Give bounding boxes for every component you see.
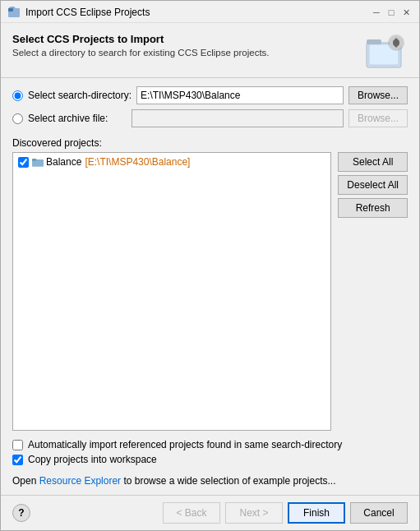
dialog-description: Select a directory to search for existin…: [12, 48, 270, 58]
resource-link-area: Open Resource Explorer to browse a wide …: [12, 475, 408, 487]
svg-rect-7: [393, 41, 399, 44]
projects-list[interactable]: Balance [E:\TI\MSP430\Balance]: [12, 152, 331, 431]
archive-file-row: Select archive file: Browse...: [12, 109, 408, 127]
archive-file-radio[interactable]: [12, 113, 23, 124]
resource-link-suffix: to browse a wide selection of example pr…: [121, 475, 335, 487]
auto-import-label[interactable]: Automatically import referenced projects…: [28, 439, 342, 450]
svg-rect-1: [8, 8, 13, 12]
svg-rect-11: [32, 159, 36, 161]
archive-file-label[interactable]: Select archive file:: [28, 113, 127, 124]
auto-import-row: Automatically import referenced projects…: [12, 439, 408, 450]
project-path: [E:\TI\MSP430\Balance]: [85, 156, 190, 168]
dialog-window: Import CCS Eclipse Projects ─ □ ✕ Select…: [0, 0, 420, 531]
minimize-button[interactable]: ─: [370, 6, 383, 19]
header-text: Select CCS Projects to Import Select a d…: [12, 33, 270, 58]
search-directory-label[interactable]: Select search-directory:: [28, 90, 132, 101]
dialog-title: Select CCS Projects to Import: [12, 33, 270, 45]
resource-explorer-link[interactable]: Resource Explorer: [39, 475, 121, 487]
projects-area: Balance [E:\TI\MSP430\Balance] Select Al…: [12, 152, 408, 431]
app-icon: [7, 6, 21, 19]
dialog-header: Select CCS Projects to Import Select a d…: [1, 23, 419, 78]
archive-file-input: [132, 109, 344, 127]
window-title: Import CCS Eclipse Projects: [25, 7, 370, 18]
refresh-button[interactable]: Refresh: [338, 198, 408, 218]
maximize-button[interactable]: □: [385, 6, 398, 19]
side-buttons: Select All Deselect All Refresh: [338, 152, 408, 431]
search-directory-row: Select search-directory: Browse...: [12, 86, 408, 104]
copy-projects-label[interactable]: Copy projects into workspace: [28, 454, 157, 465]
dialog-body: Select search-directory: Browse... Selec…: [1, 78, 419, 495]
copy-projects-checkbox[interactable]: [12, 455, 23, 465]
footer-left: ?: [12, 504, 30, 522]
browse-directory-button[interactable]: Browse...: [348, 86, 408, 104]
discovered-projects-label: Discovered projects:: [12, 137, 408, 149]
title-bar-controls: ─ □ ✕: [370, 6, 413, 19]
footer-right: < Back Next > Finish Cancel: [163, 502, 408, 524]
back-button: < Back: [163, 502, 220, 524]
close-button[interactable]: ✕: [399, 6, 413, 19]
copy-projects-row: Copy projects into workspace: [12, 454, 408, 465]
checkboxes-area: Automatically import referenced projects…: [12, 439, 408, 469]
header-icon: [365, 33, 408, 71]
browse-archive-button: Browse...: [348, 109, 408, 127]
folder-icon: [32, 157, 44, 167]
cancel-button[interactable]: Cancel: [350, 502, 408, 524]
finish-button[interactable]: Finish: [288, 502, 345, 524]
next-button: Next >: [225, 502, 283, 524]
title-bar: Import CCS Eclipse Projects ─ □ ✕: [1, 1, 419, 23]
search-directory-input[interactable]: [136, 86, 344, 104]
search-directory-radio[interactable]: [12, 90, 23, 101]
resource-link-prefix: Open: [12, 475, 39, 487]
list-item[interactable]: Balance [E:\TI\MSP430\Balance]: [15, 155, 329, 169]
dialog-footer: ? < Back Next > Finish Cancel: [1, 495, 419, 530]
project-checkbox[interactable]: [18, 157, 29, 168]
select-all-button[interactable]: Select All: [338, 152, 408, 172]
svg-rect-3: [367, 39, 381, 44]
project-name: Balance: [46, 156, 81, 168]
deselect-all-button[interactable]: Deselect All: [338, 175, 408, 195]
help-button[interactable]: ?: [12, 504, 30, 522]
auto-import-checkbox[interactable]: [12, 440, 23, 450]
